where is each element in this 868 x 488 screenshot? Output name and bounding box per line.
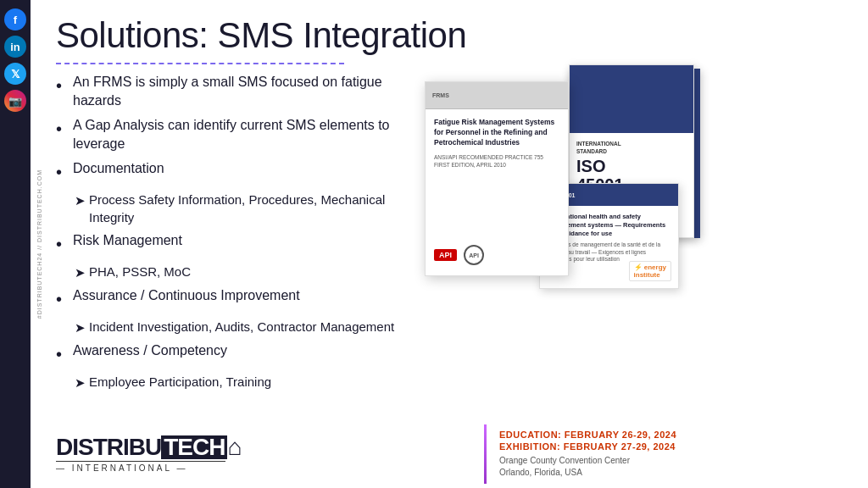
doc-frms-body: Fatigue Risk Management Systems for Pers… xyxy=(426,109,568,169)
bullet-dot-6: • xyxy=(56,343,73,366)
api-logo-text: API xyxy=(439,251,452,259)
bullet-text-1: An FRMS is simply a small SMS focused on… xyxy=(73,73,412,109)
sub-text-3-1: Process Safety Information, Procedures, … xyxy=(89,191,412,226)
sub-item-3-1: ➤ Process Safety Information, Procedures… xyxy=(75,191,412,226)
social-bar: f in 𝕏 📷 xyxy=(0,0,31,488)
bottom-bar: DISTRIBU TECH ⌂ — INTERNATIONAL — EDUCAT… xyxy=(47,420,868,488)
dt-name-tech: TECH xyxy=(161,435,227,459)
bullet-item-5: • Assurance / Continuous Improvement xyxy=(56,286,412,311)
bullet-text-5: Assurance / Continuous Improvement xyxy=(73,286,300,305)
page-title: Solutions: SMS Integration xyxy=(47,0,868,63)
bullet-dot-2: • xyxy=(56,118,73,141)
sub-items-4: ➤ PHA, PSSR, MoC xyxy=(75,263,412,281)
api-secondary-logo: API xyxy=(464,245,484,265)
vertical-text: #DISTRIBUTECH24 // DISTRIBUTECH.COM xyxy=(31,0,47,488)
sub-items-6: ➤ Employee Participation, Training xyxy=(75,373,412,391)
bullet-item-1: • An FRMS is simply a small SMS focused … xyxy=(56,73,412,109)
bullet-item-3: • Documentation xyxy=(56,159,412,184)
sub-text-4-1: PHA, PSSR, MoC xyxy=(89,263,191,280)
doc-frms-header: FRMS xyxy=(426,82,568,109)
venue-info: Orange County Convention Center Orlando,… xyxy=(499,455,868,479)
purple-divider xyxy=(484,424,487,484)
bullet-dot-5: • xyxy=(56,288,73,311)
dt-horizontal-bar xyxy=(56,461,225,463)
documents-area: Managing fatigue using a fatigue risk ma… xyxy=(420,64,868,403)
sub-item-4-1: ➤ PHA, PSSR, MoC xyxy=(75,263,412,281)
sub-items-5: ➤ Incident Investigation, Audits, Contra… xyxy=(75,318,412,336)
title-divider xyxy=(56,63,344,64)
twitter-icon[interactable]: 𝕏 xyxy=(4,63,26,85)
dt-name-h: ⌂ xyxy=(227,435,241,459)
bullet-item-4: • Risk Management xyxy=(56,231,412,256)
api-logo: API xyxy=(434,249,457,261)
education-date: EDUCATION: FEBRUARY 26-29, 2024 xyxy=(499,430,868,440)
sub-text-6-1: Employee Participation, Training xyxy=(89,373,271,391)
doc-frms-subtitle: ANSI/API RECOMMENDED PRACTICE 755FIRST E… xyxy=(434,153,559,169)
main-content: Solutions: SMS Integration • An FRMS is … xyxy=(47,0,868,488)
bullet-dot-1: • xyxy=(56,75,73,97)
arrow-icon-3-1: ➤ xyxy=(75,191,86,209)
energy-institute-logo: ⚡ energyinstitute xyxy=(629,261,671,281)
arrow-icon-4-1: ➤ xyxy=(75,263,86,281)
venue-name: Orange County Convention Center xyxy=(499,456,630,465)
sub-item-5-1: ➤ Incident Investigation, Audits, Contra… xyxy=(75,318,412,336)
event-info-section: EDUCATION: FEBRUARY 26-29, 2024 EXHIBITI… xyxy=(499,424,868,484)
distributech-section: DISTRIBU TECH ⌂ — INTERNATIONAL — xyxy=(47,429,471,480)
doc-iso-top xyxy=(570,65,693,133)
dt-logo-row: DISTRIBU TECH ⌂ xyxy=(56,435,241,459)
doc-frms-main-card: FRMS Fatigue Risk Management Systems for… xyxy=(425,81,569,276)
bullet-text-4: Risk Management xyxy=(73,231,182,250)
venue-city: Orlando, Florida, USA xyxy=(499,468,582,477)
facebook-icon[interactable]: f xyxy=(4,8,26,30)
bullet-text-6: Awareness / Competency xyxy=(73,341,227,360)
doc-frms-title: Fatigue Risk Management Systems for Pers… xyxy=(434,118,559,148)
content-row: • An FRMS is simply a small SMS focused … xyxy=(47,73,868,403)
doc-frms-header-label: FRMS xyxy=(432,92,449,98)
linkedin-icon[interactable]: in xyxy=(4,36,26,58)
bullet-text-3: Documentation xyxy=(73,159,164,178)
doc-frms-logos: API API xyxy=(434,245,484,265)
dt-international-label: — INTERNATIONAL — xyxy=(56,463,187,473)
distributech-logo: DISTRIBU TECH ⌂ — INTERNATIONAL — xyxy=(47,429,471,480)
bullet-item-6: • Awareness / Competency xyxy=(56,341,412,366)
instagram-icon[interactable]: 📷 xyxy=(4,90,26,112)
bullet-dot-4: • xyxy=(56,233,73,256)
bullet-item-2: • A Gap Analysis can identify current SM… xyxy=(56,116,412,152)
doc-iso-intl-label: INTERNATIONALSTANDARD xyxy=(576,140,687,155)
sub-item-6-1: ➤ Employee Participation, Training xyxy=(75,373,412,391)
bullet-list: • An FRMS is simply a small SMS focused … xyxy=(47,73,420,403)
sub-items-3: ➤ Process Safety Information, Procedures… xyxy=(75,191,412,226)
sub-text-5-1: Incident Investigation, Audits, Contract… xyxy=(89,318,394,336)
bullet-text-2: A Gap Analysis can identify current SMS … xyxy=(73,116,412,152)
dt-name-distrib: DISTRIBU xyxy=(56,435,161,459)
bullet-dot-3: • xyxy=(56,161,73,184)
exhibition-date: EXHIBITION: FEBRUARY 27-29, 2024 xyxy=(499,441,868,452)
arrow-icon-6-1: ➤ xyxy=(75,374,86,391)
arrow-icon-5-1: ➤ xyxy=(75,319,86,336)
